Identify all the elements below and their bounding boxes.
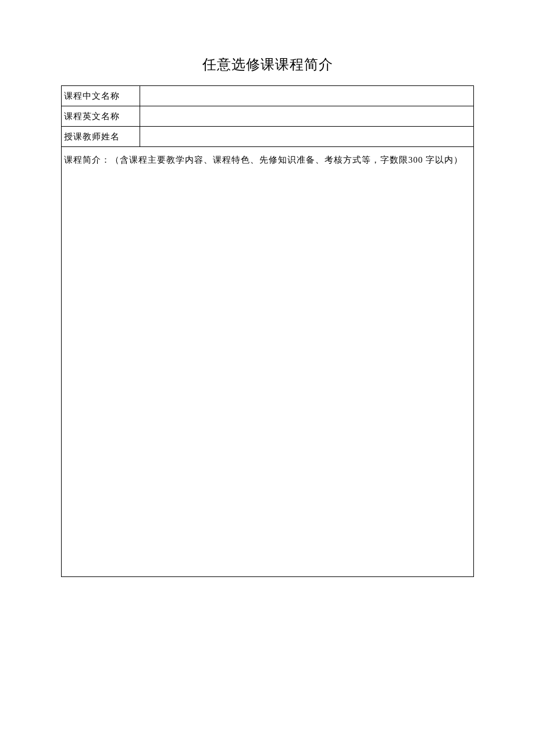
row-teacher-name: 授课教师姓名	[62, 127, 474, 147]
page-container: 任意选修课课程简介 课程中文名称 课程英文名称 授课教师姓名 课程简介：（含课程…	[0, 0, 535, 577]
course-form-table: 课程中文名称 课程英文名称 授课教师姓名 课程简介：（含课程主要教学内容、课程特…	[61, 85, 474, 577]
value-teacher-name[interactable]	[140, 127, 474, 147]
description-cell[interactable]: 课程简介：（含课程主要教学内容、课程特色、先修知识准备、考核方式等，字数限300…	[62, 147, 474, 577]
row-description: 课程简介：（含课程主要教学内容、课程特色、先修知识准备、考核方式等，字数限300…	[62, 147, 474, 577]
row-english-name: 课程英文名称	[62, 106, 474, 127]
description-label: 课程简介：（含课程主要教学内容、课程特色、先修知识准备、考核方式等，字数限300…	[64, 155, 463, 164]
label-english-name: 课程英文名称	[62, 106, 140, 127]
label-teacher-name: 授课教师姓名	[62, 127, 140, 147]
value-chinese-name[interactable]	[140, 86, 474, 106]
page-title: 任意选修课课程简介	[61, 55, 474, 74]
value-english-name[interactable]	[140, 106, 474, 127]
label-chinese-name: 课程中文名称	[62, 86, 140, 106]
row-chinese-name: 课程中文名称	[62, 86, 474, 106]
